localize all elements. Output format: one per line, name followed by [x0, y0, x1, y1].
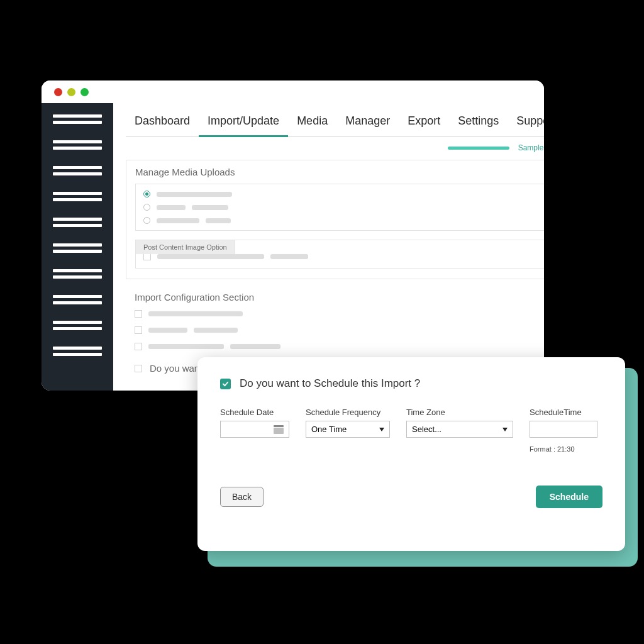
checkbox-icon [135, 365, 142, 372]
schedule-time-input[interactable] [530, 421, 597, 438]
sidebar-item[interactable] [53, 269, 102, 279]
checkbox-icon [135, 343, 142, 350]
tab-export[interactable]: Export [399, 108, 449, 136]
schedule-time-label: ScheduleTime [530, 408, 597, 417]
sidebar-item[interactable] [53, 218, 102, 227]
window-titlebar [42, 80, 544, 103]
schedule-modal: Do you want to Schedule this Import ? Sc… [197, 357, 625, 551]
tab-support[interactable]: Support [508, 108, 544, 136]
schedule-button[interactable]: Schedule [536, 486, 602, 508]
modal-checkbox-checked[interactable] [220, 379, 231, 389]
checkbox-option[interactable] [135, 310, 544, 318]
schedule-form: Schedule Date Schedule Frequency One Tim… [220, 408, 602, 453]
radio-icon [143, 191, 150, 197]
chevron-down-icon [379, 428, 384, 431]
radio-option[interactable] [143, 204, 544, 211]
checkbox-icon [135, 310, 142, 318]
modal-header: Do you want to Schedule this Import ? [220, 377, 602, 390]
main-content: Dashboard Import/Update Media Manager Ex… [113, 103, 544, 391]
schedule-date-input[interactable] [220, 421, 289, 438]
window-max-dot[interactable] [80, 88, 89, 96]
sub-panel-label: Post Content Image Option [135, 240, 235, 254]
radio-icon [143, 204, 150, 211]
sidebar [42, 103, 113, 391]
radio-group [135, 184, 544, 231]
radio-option[interactable] [143, 191, 544, 197]
file-progress-row: Sample.CSV [126, 143, 544, 152]
checkbox-option[interactable] [135, 343, 544, 350]
sidebar-item[interactable] [53, 347, 102, 356]
tab-media[interactable]: Media [288, 108, 336, 136]
window-min-dot[interactable] [67, 88, 75, 96]
tab-dashboard[interactable]: Dashboard [126, 108, 199, 136]
tab-manager[interactable]: Manager [336, 108, 399, 136]
schedule-freq-field: Schedule Frequency One Time [306, 408, 390, 453]
tab-import-update[interactable]: Import/Update [199, 108, 288, 136]
radio-option[interactable] [143, 217, 544, 224]
window-close-dot[interactable] [54, 88, 62, 96]
sidebar-item[interactable] [53, 295, 102, 304]
timezone-select[interactable]: Select... [406, 421, 513, 438]
radio-icon [143, 217, 150, 224]
schedule-date-label: Schedule Date [220, 408, 289, 417]
schedule-freq-select[interactable]: One Time [306, 421, 390, 438]
modal-title: Do you want to Schedule this Import ? [240, 377, 420, 390]
app-window: Dashboard Import/Update Media Manager Ex… [42, 80, 544, 391]
modal-footer: Back Schedule [220, 486, 602, 508]
chevron-down-icon [502, 428, 508, 431]
calendar-icon [274, 425, 284, 434]
timezone-field: Time Zone Select... [406, 408, 513, 453]
sample-file-link[interactable]: Sample.CSV [518, 143, 544, 152]
upload-progress [448, 147, 509, 150]
panel-title: Manage Media Uploads [135, 167, 544, 177]
post-content-image-panel: Post Content Image Option [135, 240, 544, 269]
schedule-time-field: ScheduleTime Format : 21:30 [530, 408, 597, 453]
sidebar-item[interactable] [53, 140, 102, 150]
import-config-title: Import Configuration Section [126, 292, 544, 303]
sidebar-item[interactable] [53, 114, 102, 124]
timezone-label: Time Zone [406, 408, 513, 417]
config-options [126, 310, 544, 350]
check-icon [222, 380, 229, 387]
sidebar-item[interactable] [53, 166, 102, 175]
back-button[interactable]: Back [220, 487, 264, 507]
sidebar-item[interactable] [53, 192, 102, 201]
schedule-date-field: Schedule Date [220, 408, 289, 453]
checkbox-option[interactable] [135, 326, 544, 334]
sidebar-item[interactable] [53, 321, 102, 330]
schedule-freq-label: Schedule Frequency [306, 408, 390, 417]
sidebar-item[interactable] [53, 243, 102, 253]
media-uploads-panel: Manage Media Uploads [126, 160, 544, 279]
time-format-hint: Format : 21:30 [530, 445, 597, 453]
tabs: Dashboard Import/Update Media Manager Ex… [126, 108, 544, 137]
tab-settings[interactable]: Settings [449, 108, 508, 136]
checkbox-icon [135, 326, 142, 334]
